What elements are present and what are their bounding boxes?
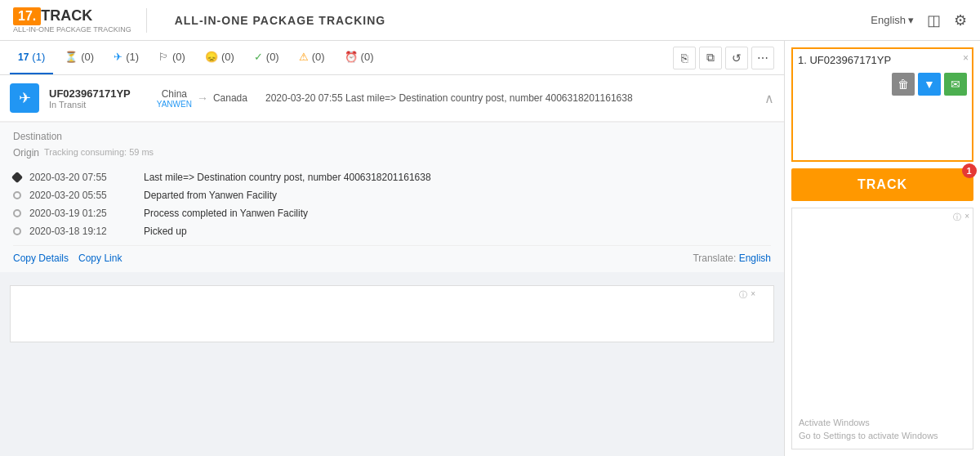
user-icon[interactable]: ⚙ [954,11,967,29]
sad-icon: 😞 [205,51,218,63]
tab-expired-label: (0) [361,51,374,63]
filter-button[interactable]: ▼ [918,73,941,96]
translate-label: Translate: [693,253,736,264]
package-last-event: 2020-03-20 07:55 Last mile=> Destination… [265,92,755,104]
copy-details-button[interactable]: Copy Details [13,253,69,264]
tab-pending-label: (0) [81,51,94,63]
tab-tools: ⎘ ⧉ ↺ ⋯ [673,47,774,69]
track-count-badge: 1 [962,163,977,178]
logo-number: 17. [13,7,41,25]
delete-icon: 🗑 [898,78,909,91]
tab-all[interactable]: 17 (1) [10,41,53,74]
event-desc: Process completed in Yanwen Facility [144,208,308,219]
tracking-number-entry: 1. UF023967171YP [798,54,967,66]
logo-track: TRACK [41,7,92,25]
tab-delivered-label: (0) [266,51,279,63]
last-event-time: 2020-03-20 07:55 [265,92,343,104]
event-date: 2020-03-20 07:55 [29,172,136,183]
chevron-down-icon: ▾ [908,14,914,26]
bottom-ad-banner: ⓘ × [10,285,774,342]
origin-label: Origin [13,147,39,159]
timeline-item: 2020-03-20 07:55 Last mile=> Destination… [13,172,771,183]
tab-pickup[interactable]: 🏳 (0) [150,41,194,74]
translate-section: Translate: English [693,253,771,264]
tab-undelivered[interactable]: 😞 (0) [197,41,243,74]
track-button[interactable]: TRACK 1 [791,168,973,201]
tab-transit-label: (1) [126,51,139,63]
check-icon: ✓ [254,51,263,63]
right-ad-badge: ⓘ × [953,212,969,223]
right-panel: × 1. UF023967171YP 🗑 ▼ ✉ TRACK 1 ⓘ × [784,41,980,456]
detail-panel: Destination Origin Tracking consuming: 5… [0,122,784,272]
ad-badge: ⓘ × [739,289,755,301]
language-selector[interactable]: English ▾ [871,14,914,26]
destination-label: Destination [13,131,771,142]
header-title: ALL-IN-ONE PACKAGE TRACKING [175,14,386,27]
input-tools: 🗑 ▼ ✉ [798,73,967,96]
right-ad-close-icon[interactable]: × [964,212,969,223]
tab-pending[interactable]: ⏳ (0) [56,41,102,74]
delete-button[interactable]: 🗑 [892,73,915,96]
tracking-input-area[interactable]: × 1. UF023967171YP 🗑 ▼ ✉ [791,47,973,162]
ad-info-icon[interactable]: ⓘ [739,289,747,301]
timeline-dot [13,191,21,199]
header: 17. TRACK ALL-IN-ONE PACKAGE TRACKING AL… [0,0,980,41]
event-date: 2020-03-19 01:25 [29,208,136,219]
carrier-label: YANWEN [157,100,192,109]
windows-activate-text: Activate Windows Go to Settings to activ… [799,417,938,442]
ad-close-icon[interactable]: × [751,289,755,301]
package-row[interactable]: ✈ UF023967171YP In Transit China YANWEN … [0,75,784,122]
tab-warning-label: (0) [312,51,325,63]
tab-all-label: (1) [32,51,45,63]
timeline-item: 2020-03-19 01:25 Process completed in Ya… [13,208,771,219]
windows-activate-line1: Activate Windows [799,417,938,429]
events-timeline: 2020-03-20 07:55 Last mile=> Destination… [13,172,771,237]
timeline-item: 2020-03-20 05:55 Departed from Yanwen Fa… [13,190,771,201]
tab-expired[interactable]: ⏰ (0) [336,41,382,74]
filter-icon: ▼ [924,78,935,91]
copy-link-button[interactable]: Copy Link [78,253,122,264]
right-ad-info-icon[interactable]: ⓘ [953,212,961,223]
right-ad-banner: ⓘ × Activate Windows Go to Settings to a… [791,208,973,449]
event-desc: Picked up [144,226,187,237]
more-button[interactable]: ⋯ [751,47,774,69]
tab-warning[interactable]: ⚠ (0) [291,41,333,74]
event-desc: Last mile=> Destination country post, nu… [144,172,431,183]
flag-icon: 🏳 [158,51,169,63]
event-date: 2020-03-20 05:55 [29,190,136,201]
clock-icon: ⏰ [345,51,358,63]
left-panel: 17 (1) ⏳ (0) ✈ (1) 🏳 (0) 😞 (0) ✓ (0) [0,41,784,456]
origin-line: Origin Tracking consuming: 59 ms [13,147,771,165]
track-button-label: TRACK [858,177,907,191]
tab-pickup-label: (0) [172,51,185,63]
copy-button[interactable]: ⎘ [673,47,696,69]
detail-footer: Copy Details Copy Link Translate: Englis… [13,245,771,264]
tracking-consuming: Tracking consuming: 59 ms [44,147,154,165]
last-event-desc: Last mile=> Destination country post, nu… [345,92,633,104]
main-layout: 17 (1) ⏳ (0) ✈ (1) 🏳 (0) 😞 (0) ✓ (0) [0,41,980,456]
event-date: 2020-03-18 19:12 [29,226,136,237]
translate-lang[interactable]: English [739,253,771,264]
plane-icon: ✈ [114,51,122,63]
tabs-bar: 17 (1) ⏳ (0) ✈ (1) 🏳 (0) 😞 (0) ✓ (0) [0,41,784,75]
dest-country: Canada [213,92,247,104]
chevron-up-icon: ∧ [764,91,774,106]
package-info: UF023967171YP In Transit [49,87,131,110]
package-route: China YANWEN → Canada [157,88,247,109]
tab-delivered[interactable]: ✓ (0) [246,41,287,74]
header-right: English ▾ ◫ ⚙ [871,11,967,29]
windows-activate-line2: Go to Settings to activate Windows [799,430,938,442]
package-transit-icon: ✈ [10,83,39,113]
refresh-button[interactable]: ↺ [725,47,748,69]
message-button[interactable]: ✉ [944,73,967,96]
hourglass-icon: ⏳ [65,51,78,63]
language-label: English [871,14,906,26]
package-status-label: In Transit [49,100,131,110]
tracking-number-label: UF023967171YP [49,87,131,100]
close-input-icon[interactable]: × [963,52,969,64]
timeline-dot [13,209,21,217]
tab-transit[interactable]: ✈ (1) [105,41,147,74]
grid-icon[interactable]: ◫ [927,11,941,29]
tab-undelivered-label: (0) [221,51,234,63]
duplicate-button[interactable]: ⧉ [699,47,722,69]
